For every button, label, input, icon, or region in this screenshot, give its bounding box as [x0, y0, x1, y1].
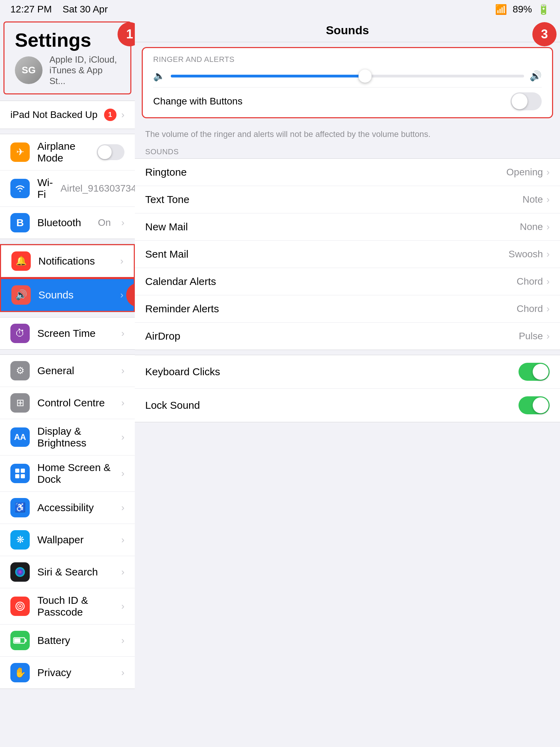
sidebar-item-privacy[interactable]: ✋ Privacy › — [0, 657, 135, 689]
sounds-section-label: SOUNDS — [135, 142, 560, 158]
battery-icon: 🔋 — [538, 4, 550, 15]
controlcentre-icon: ⊞ — [10, 393, 30, 413]
sounds-chevron: › — [120, 289, 123, 301]
svg-point-7 — [19, 605, 21, 607]
status-bar: 12:27 PM Sat 30 Apr 📶 89% 🔋 — [0, 0, 560, 19]
ringer-label: RINGER AND ALERTS — [153, 55, 542, 64]
calendaralerts-chevron: › — [547, 276, 550, 287]
volume-slider[interactable] — [171, 75, 524, 77]
wifi-icon — [10, 179, 30, 198]
newmail-value-group: None › — [520, 221, 550, 232]
ringer-section: RINGER AND ALERTS 🔈 🔊 Change with Button… — [142, 47, 553, 118]
sidebar-item-display[interactable]: AA Display & Brightness › — [0, 419, 135, 455]
airplane-label: Airplane Mode — [37, 140, 89, 164]
backup-badge: 1 — [104, 109, 116, 121]
status-date: Sat 30 Apr — [63, 4, 108, 15]
wallpaper-icon: ❋ — [10, 530, 30, 550]
status-time-date: 12:27 PM Sat 30 Apr — [10, 4, 108, 15]
sidebar-item-notifications[interactable]: 🔔 Notifications › — [0, 244, 135, 278]
screentime-label: Screen Time — [37, 328, 114, 339]
annotation-3: 3 — [532, 22, 557, 46]
screentime-chevron: › — [121, 328, 124, 339]
sentmail-label: Sent Mail — [145, 248, 188, 260]
sidebar-item-accessibility[interactable]: ♿ Accessibility › — [0, 492, 135, 524]
svg-rect-9 — [14, 638, 20, 643]
wifi-label: Wi-Fi — [37, 177, 53, 200]
backup-warning[interactable]: iPad Not Backed Up 1 › — [0, 101, 135, 129]
svg-rect-10 — [25, 639, 27, 642]
content-area: 3 Sounds RINGER AND ALERTS 🔈 🔊 Change wi… — [135, 19, 560, 747]
airdrop-item[interactable]: AirDrop Pulse › — [135, 323, 560, 350]
siri-icon — [10, 562, 30, 582]
status-time: 12:27 PM — [10, 4, 52, 15]
ringtone-chevron: › — [547, 167, 550, 178]
general-group: ⚙ General › ⊞ Control Centre › AA Displa… — [0, 354, 135, 689]
keyboard-clicks-item: Keyboard Clicks — [135, 355, 560, 389]
sidebar: 1 Settings SG Apple ID, iCloud, iTunes &… — [0, 19, 135, 747]
airplane-toggle[interactable] — [97, 144, 124, 160]
texttone-item[interactable]: Text Tone Note › — [135, 186, 560, 213]
calendaralerts-label: Calendar Alerts — [145, 276, 216, 287]
siri-label: Siri & Search — [37, 566, 114, 578]
general-chevron: › — [121, 365, 124, 376]
volume-slider-row[interactable]: 🔈 🔊 — [153, 70, 542, 82]
sidebar-item-siri[interactable]: Siri & Search › — [0, 556, 135, 588]
keyboard-clicks-label: Keyboard Clicks — [145, 366, 220, 378]
change-with-toggle[interactable] — [511, 92, 542, 110]
touchid-icon — [10, 597, 30, 616]
bluetooth-chevron: › — [121, 217, 124, 228]
sidebar-item-bluetooth[interactable]: B Bluetooth On › — [0, 207, 135, 239]
airplane-icon: ✈ — [10, 142, 30, 162]
airdrop-value-group: Pulse › — [519, 331, 550, 342]
sidebar-item-touchid[interactable]: Touch ID & Passcode › — [0, 588, 135, 625]
profile-section[interactable]: SG Apple ID, iCloud, iTunes & App St... — [15, 51, 120, 88]
toggle-section: Keyboard Clicks Lock Sound — [135, 355, 560, 422]
sentmail-value-group: Swoosh › — [508, 249, 550, 260]
notifications-chevron: › — [120, 256, 123, 267]
sentmail-value: Swoosh — [508, 249, 543, 260]
sounds-label: Sounds — [38, 289, 113, 301]
backup-chevron: › — [121, 109, 124, 120]
change-with-buttons-row: Change with Buttons — [153, 87, 542, 110]
battery-label: Battery — [37, 635, 114, 646]
lock-sound-toggle[interactable] — [519, 396, 550, 414]
keyboard-clicks-toggle[interactable] — [519, 363, 550, 381]
newmail-item[interactable]: New Mail None › — [135, 213, 560, 241]
airdrop-label: AirDrop — [145, 330, 180, 342]
alerts-group: 🔔 Notifications › 2 🔊 Sounds › — [0, 244, 135, 312]
sounds-icon: 🔊 — [11, 285, 31, 305]
sidebar-item-controlcentre[interactable]: ⊞ Control Centre › — [0, 387, 135, 419]
ringtone-item[interactable]: Ringtone Opening › — [135, 159, 560, 186]
newmail-chevron: › — [547, 221, 550, 232]
wifi-value: Airtel_9163037349_5GHz — [60, 183, 135, 194]
reminderalerts-value: Chord — [516, 303, 543, 314]
slider-thumb[interactable] — [358, 70, 372, 83]
calendaralerts-item[interactable]: Calendar Alerts Chord › — [135, 268, 560, 295]
status-indicators: 📶 89% 🔋 — [495, 4, 550, 15]
homescreen-icon — [10, 464, 30, 483]
profile-subtitle: Apple ID, iCloud, iTunes & App St... — [49, 54, 120, 86]
sidebar-item-wifi[interactable]: Wi-Fi Airtel_9163037349_5GHz › — [0, 170, 135, 207]
battery-text: 89% — [513, 4, 532, 15]
sidebar-item-general[interactable]: ⚙ General › — [0, 355, 135, 387]
sidebar-item-homescreen[interactable]: Home Screen & Dock › — [0, 455, 135, 492]
screentime-group: ⏱ Screen Time › — [0, 317, 135, 350]
sidebar-item-sounds[interactable]: 2 🔊 Sounds › — [0, 278, 135, 312]
sidebar-item-screentime[interactable]: ⏱ Screen Time › — [0, 317, 135, 349]
ringtone-label: Ringtone — [145, 166, 187, 178]
volume-low-icon: 🔈 — [153, 70, 165, 82]
sidebar-item-battery[interactable]: Battery › — [0, 625, 135, 657]
sidebar-item-airplane[interactable]: ✈ Airplane Mode — [0, 134, 135, 170]
wifi-icon: 📶 — [495, 4, 507, 15]
reminderalerts-label: Reminder Alerts — [145, 303, 219, 315]
reminderalerts-item[interactable]: Reminder Alerts Chord › — [135, 295, 560, 323]
general-label: General — [37, 365, 114, 377]
homescreen-label: Home Screen & Dock — [37, 462, 114, 485]
sentmail-item[interactable]: Sent Mail Swoosh › — [135, 241, 560, 268]
wallpaper-label: Wallpaper — [37, 534, 114, 546]
sentmail-chevron: › — [547, 249, 550, 260]
content-title: Sounds — [135, 19, 560, 42]
reminderalerts-chevron: › — [547, 303, 550, 314]
sounds-list: Ringtone Opening › Text Tone Note › New … — [135, 158, 560, 350]
sidebar-item-wallpaper[interactable]: ❋ Wallpaper › — [0, 524, 135, 556]
